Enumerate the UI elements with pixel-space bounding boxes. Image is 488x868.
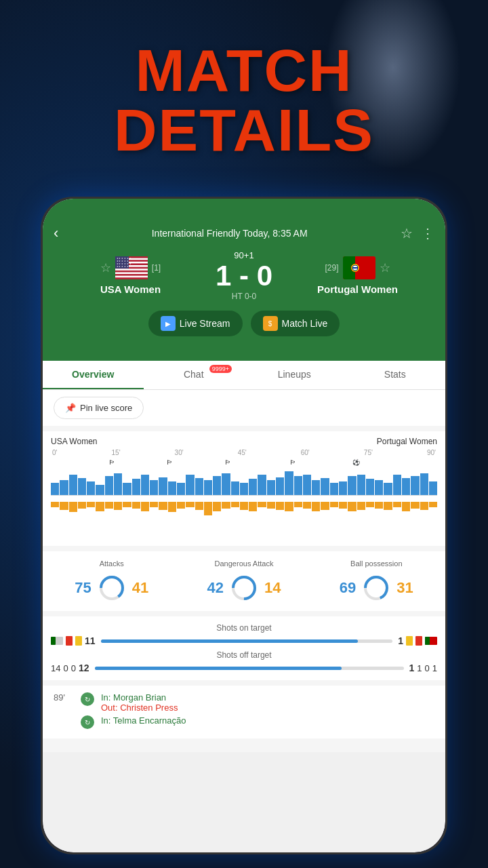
home-team-block: ☆ ★ ★ ★ ★ ★ ★ xyxy=(64,256,197,295)
svg-text:★ ★ ★ ★ ★: ★ ★ ★ ★ ★ xyxy=(116,265,128,268)
timeline-teams: USA Women Portugal Women xyxy=(51,437,437,446)
svg-rect-5 xyxy=(115,272,148,274)
chart-lower-bars xyxy=(51,502,437,539)
home-off-target: 12 xyxy=(79,663,89,673)
score-section: ☆ ★ ★ ★ ★ ★ ★ xyxy=(54,248,434,301)
timeline-events: 🏳 🏳 🏳 🏳 ⚽ xyxy=(51,459,437,473)
score-display: 1 - 0 xyxy=(216,262,272,290)
shots-on-target-label: Shots on target xyxy=(51,623,437,633)
home-yellow-card-icon xyxy=(75,636,82,646)
away-yellow-num: 1 xyxy=(417,663,422,673)
svg-rect-16 xyxy=(352,267,358,269)
back-button[interactable]: ‹ xyxy=(54,224,58,242)
shots-on-target-row: 11 1 xyxy=(51,635,437,646)
match-timeline-chart: 🏳 🏳 🏳 🏳 ⚽ xyxy=(51,458,437,539)
away-fav-star[interactable]: ☆ xyxy=(380,260,390,275)
home-red-num: 0 xyxy=(71,663,76,673)
home-team-flag: ★ ★ ★ ★ ★ ★ ★ ★ ★ ★ ★ ★ ★ ★ ★ ★ ★ ★ ★ ★ … xyxy=(115,256,148,279)
header-actions: ☆ ⋮ xyxy=(401,225,434,241)
home-shots-nums: 14 0 0 12 xyxy=(51,663,89,673)
pin-icon: 📌 xyxy=(65,403,76,413)
shots-off-target-label: Shots off target xyxy=(51,650,437,660)
phone-frame: ‹ International Friendly Today, 8:35 AM … xyxy=(41,197,447,854)
stat-attacks: Attacks 75 41 xyxy=(48,559,175,603)
tab-stats[interactable]: Stats xyxy=(345,361,446,389)
home-on-target: 11 xyxy=(85,635,96,646)
home-shots-icons: 11 xyxy=(51,635,96,646)
home-flag-container: ☆ ★ ★ ★ ★ ★ ★ xyxy=(100,256,161,279)
home-total-shots: 14 xyxy=(51,663,60,673)
event-out-1: Out: Christen Press xyxy=(101,703,434,713)
content-area: 📌 Pin live score USA Women Portugal Wome… xyxy=(43,390,445,752)
stat-attacks-label: Attacks xyxy=(100,559,124,568)
more-options-icon[interactable]: ⋮ xyxy=(421,225,434,241)
tab-chat[interactable]: Chat 9999+ xyxy=(144,361,245,389)
sub-icon-1: ↻ xyxy=(81,692,94,706)
shots-on-bar-bg xyxy=(101,639,393,643)
stat-possession-values: 69 31 xyxy=(313,573,440,603)
away-corner-flag-icon xyxy=(425,637,437,645)
shots-on-bar-fill xyxy=(101,639,358,643)
attacks-home: 75 xyxy=(73,579,92,597)
possession-away: 31 xyxy=(396,579,415,597)
status-bar xyxy=(43,199,445,219)
tabs-container: Overview Chat 9999+ Lineups Stats xyxy=(43,361,445,390)
home-rank: [1] xyxy=(152,263,161,273)
match-time: 90+1 xyxy=(234,250,253,260)
svg-rect-26 xyxy=(425,637,430,645)
events-section: 89' ↻ In: Morgan Brian Out: Christen Pre… xyxy=(43,686,445,738)
home-fav-star[interactable]: ☆ xyxy=(100,260,111,275)
home-team-name: USA Women xyxy=(100,283,161,295)
away-shots-nums: 1 1 0 1 xyxy=(409,663,438,673)
match-subtitle: International Friendly Today, 8:35 AM xyxy=(58,228,401,239)
favorite-star-icon[interactable]: ☆ xyxy=(401,225,413,241)
sub-icon-2: ↻ xyxy=(81,715,94,729)
stats-circles-section: Attacks 75 41 xyxy=(43,551,445,611)
ht-score: HT 0-0 xyxy=(232,292,256,301)
svg-rect-24 xyxy=(51,637,56,645)
live-stream-button[interactable]: ▶ Live Stream xyxy=(148,311,243,336)
dangerous-home: 42 xyxy=(205,579,224,597)
pin-button[interactable]: 📌 Pin live score xyxy=(54,397,144,419)
shots-off-target-row: 14 0 0 12 1 1 0 1 xyxy=(51,663,437,673)
match-live-button[interactable]: $ Match Live xyxy=(251,311,340,336)
timeline-section: USA Women Portugal Women 0' 15' 30' 45' … xyxy=(43,431,445,546)
event-text-2: In: Telma Encarnação xyxy=(101,715,434,726)
attacks-away: 41 xyxy=(132,579,151,597)
possession-donut xyxy=(361,573,391,603)
tab-overview[interactable]: Overview xyxy=(43,361,144,389)
coin-icon: $ xyxy=(263,316,278,331)
match-header: ‹ International Friendly Today, 8:35 AM … xyxy=(43,219,445,361)
dangerous-donut xyxy=(229,573,259,603)
svg-rect-6 xyxy=(115,276,148,278)
away-red-num: 0 xyxy=(425,663,430,673)
tab-lineups[interactable]: Lineups xyxy=(244,361,345,389)
timeline-away-label: Portugal Women xyxy=(377,437,437,446)
play-icon: ▶ xyxy=(161,316,176,331)
stats-row: Attacks 75 41 xyxy=(48,559,440,603)
stat-dangerous-values: 42 14 xyxy=(180,573,307,603)
away-total-shots: 1 xyxy=(432,663,437,673)
header-nav: ‹ International Friendly Today, 8:35 AM … xyxy=(54,224,434,242)
event-row-1: 89' ↻ In: Morgan Brian Out: Christen Pre… xyxy=(54,692,434,713)
away-shots-icons: 1 xyxy=(398,635,437,646)
dangerous-away: 14 xyxy=(264,579,283,597)
shots-off-bar-bg xyxy=(95,667,404,670)
away-team-name: Portugal Women xyxy=(317,283,398,295)
shots-section: Shots on target 11 1 xyxy=(43,616,445,680)
action-buttons: ▶ Live Stream $ Match Live xyxy=(54,301,434,347)
svg-rect-4 xyxy=(115,269,148,271)
stat-possession: Ball possession 69 31 xyxy=(313,559,440,603)
event-in-2: In: Telma Encarnação xyxy=(101,715,434,726)
event-text-1: In: Morgan Brian Out: Christen Press xyxy=(101,692,434,713)
chat-badge: 9999+ xyxy=(209,365,232,373)
score-center: 90+1 1 - 0 HT 0-0 xyxy=(203,250,285,301)
pin-section: 📌 Pin live score xyxy=(43,390,445,426)
stat-dangerous-label: Dangerous Attack xyxy=(215,559,274,568)
home-corner-flag-icon xyxy=(51,637,63,645)
away-on-target: 1 xyxy=(398,635,403,646)
possession-home: 69 xyxy=(337,579,356,597)
event-time-1: 89' xyxy=(54,692,74,703)
away-team-block: [29] ☆ Portugal Women xyxy=(291,256,424,295)
stat-dangerous-attack: Dangerous Attack 42 14 xyxy=(180,559,307,603)
